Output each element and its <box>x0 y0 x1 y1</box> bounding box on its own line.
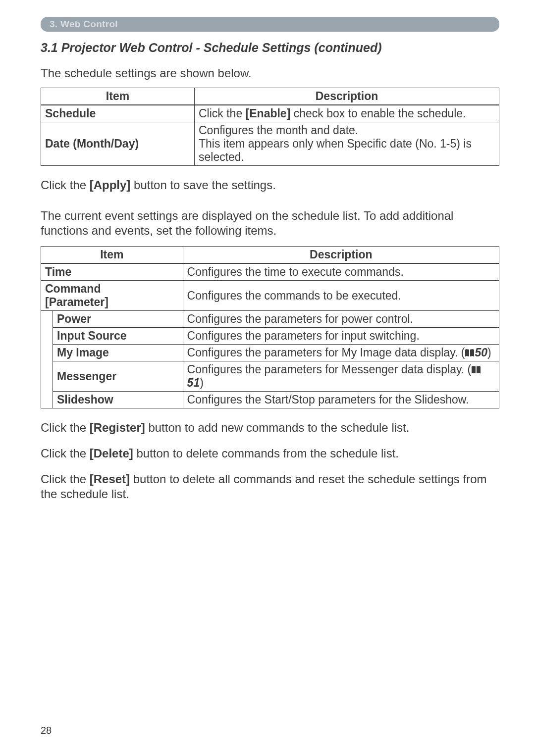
table1-row1-item: Schedule <box>41 105 195 122</box>
table1-header-item: Item <box>41 88 195 105</box>
reg-pre: Click the <box>41 421 90 434</box>
page-subheading: 3.1 Projector Web Control - Schedule Set… <box>41 41 499 55</box>
apply-bold: [Apply] <box>90 178 131 192</box>
reg-post: button to add new commands to the schedu… <box>145 421 410 434</box>
t2-myimg-ref: 50 <box>475 346 487 359</box>
t2-slideshow-desc: Configures the Start/Stop parameters for… <box>183 392 499 408</box>
section-header-pill: 3. Web Control <box>41 17 499 32</box>
apply-pre: Click the <box>41 178 90 192</box>
t2-slideshow: Slideshow <box>53 392 183 408</box>
t2-myimg-post: ) <box>487 346 491 359</box>
t2-time: Time <box>41 263 183 281</box>
t2-input-desc: Configures the parameters for input swit… <box>183 328 499 345</box>
t2-indent-spacer <box>41 311 53 408</box>
reset-pre: Click the <box>41 472 90 486</box>
t2-time-desc: Configures the time to execute commands. <box>183 263 499 281</box>
t2-messenger-desc: Configures the parameters for Messenger … <box>183 361 499 392</box>
t2-myimage: My Image <box>53 345 183 361</box>
delete-paragraph: Click the [Delete] button to delete comm… <box>41 446 499 461</box>
reg-bold: [Register] <box>90 421 145 434</box>
t2-msgr-pre: Configures the parameters for Messenger … <box>187 363 472 376</box>
intro-text-1: The schedule settings are shown below. <box>41 66 499 81</box>
del-post: button to delete commands from the sched… <box>133 447 399 460</box>
t2-input: Input Source <box>53 328 183 345</box>
t2-myimg-pre: Configures the parameters for My Image d… <box>187 346 465 359</box>
t2-msgr-ref: 51 <box>187 376 200 389</box>
current-events-paragraph: The current event settings are displayed… <box>41 208 499 238</box>
schedule-settings-table: Item Description Schedule Click the [Ena… <box>41 88 499 166</box>
t1r1-post: check box to enable the schedule. <box>290 107 466 120</box>
apply-paragraph: Click the [Apply] button to save the set… <box>41 178 499 193</box>
section-header-text: 3. Web Control <box>50 19 118 29</box>
table1-header-desc: Description <box>195 88 499 105</box>
t2-cmd-desc: Configures the commands to be executed. <box>183 281 499 311</box>
t2-power: Power <box>53 311 183 328</box>
t2-cmd: Command [Parameter] <box>41 281 183 311</box>
apply-post: button to save the settings. <box>130 178 276 192</box>
page-number: 28 <box>41 725 52 736</box>
del-bold: [Delete] <box>90 447 133 460</box>
manual-ref-icon <box>471 366 481 374</box>
t2-myimage-desc: Configures the parameters for My Image d… <box>183 345 499 361</box>
t1r1-bold: [Enable] <box>246 107 291 120</box>
t1r1-pre: Click the <box>199 107 246 120</box>
table1-row2-desc: Configures the month and date. This item… <box>195 122 499 166</box>
table1-row1-desc: Click the [Enable] check box to enable t… <box>195 105 499 122</box>
t2-power-desc: Configures the parameters for power cont… <box>183 311 499 328</box>
reset-paragraph: Click the [Reset] button to delete all c… <box>41 472 499 502</box>
register-paragraph: Click the [Register] button to add new c… <box>41 420 499 435</box>
event-settings-table: Item Description Time Configures the tim… <box>41 246 499 408</box>
del-pre: Click the <box>41 447 90 460</box>
table2-header-item: Item <box>41 247 183 264</box>
t2-messenger: Messenger <box>53 361 183 392</box>
t2-msgr-post: ) <box>200 376 204 389</box>
table2-header-desc: Description <box>183 247 499 264</box>
t2-cmd-l1: Command <box>45 282 101 295</box>
reset-bold: [Reset] <box>90 472 130 486</box>
table1-row2-item: Date (Month/Day) <box>41 122 195 166</box>
manual-ref-icon <box>465 349 475 357</box>
t2-cmd-l2: [Parameter] <box>45 296 108 308</box>
